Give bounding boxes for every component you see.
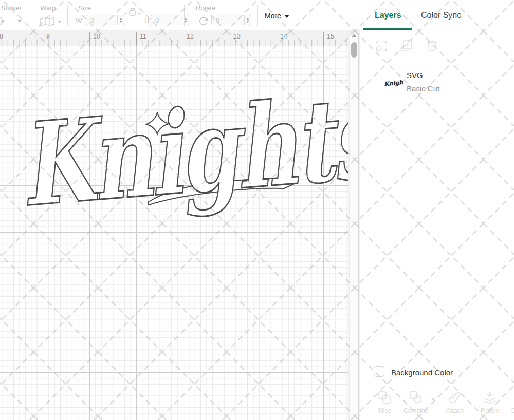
rotation-stepper[interactable] (244, 15, 251, 25)
warp-tool-button[interactable] (40, 17, 54, 28)
rotate-icon[interactable] (198, 16, 209, 26)
canvas-grid: Knights (0, 46, 348, 420)
tab-layers[interactable]: Layers (375, 11, 401, 20)
action-label: Contour (507, 407, 514, 414)
toolbar-divider (184, 5, 185, 26)
action-label: Flatten (474, 407, 505, 414)
layers-panel: Layers Color Sync Knights SVG Basic Cut (360, 0, 514, 420)
add-layer-button[interactable] (400, 40, 413, 52)
panel-divider (360, 31, 514, 31)
height-stepper[interactable] (182, 15, 189, 25)
toolbar-divider (67, 5, 68, 26)
top-toolbar: Sticker Warp Size W H Rotate (0, 0, 360, 30)
active-tab-underline (363, 28, 412, 30)
ruler-number: 15 (327, 33, 334, 40)
ruler-number: 9 (46, 33, 50, 40)
layer-row[interactable]: Knights SVG Basic Cut (360, 66, 514, 96)
panel-divider (360, 61, 514, 61)
width-input[interactable] (86, 15, 124, 25)
warp-icon (40, 17, 54, 26)
chevron-down-icon (17, 20, 22, 23)
rotate-group-label: Rotate (196, 4, 215, 12)
app-root: { "toolbar": { "sticker_label": "Sticker… (0, 0, 514, 420)
warp-group-label: Warp (40, 4, 56, 12)
layer-name: SVG (407, 71, 423, 80)
size-group-label: Size (78, 4, 91, 12)
more-button[interactable]: More (265, 12, 289, 20)
stepper-up-icon (119, 18, 122, 20)
open-lock-icon (130, 8, 135, 15)
width-value[interactable] (86, 15, 117, 25)
action-label: Attach (439, 407, 470, 414)
tab-color-sync[interactable]: Color Sync (421, 11, 461, 20)
action-slice[interactable]: Slice (369, 391, 400, 414)
panel-divider (360, 389, 514, 389)
horizontal-ruler: 8 9 10 11 12 13 14 15 (0, 30, 348, 46)
sticker-group-label: Sticker (1, 4, 22, 12)
action-label: Slice (369, 407, 400, 414)
layer-thumbnail: Knights (384, 78, 403, 88)
rotation-value[interactable] (212, 15, 244, 25)
ruler-number: 11 (140, 33, 146, 40)
design-canvas[interactable]: Knights (0, 46, 348, 420)
background-color-swatch[interactable] (374, 366, 384, 377)
lock-aspect-ratio-button[interactable] (124, 7, 141, 16)
action-label: Combine (400, 407, 431, 414)
duplicate-button[interactable] (375, 40, 388, 52)
ruler-number: 12 (187, 33, 194, 40)
ruler-number: 8 (0, 33, 3, 40)
stepper-down-icon (246, 21, 249, 23)
action-attach[interactable]: Attach (439, 391, 470, 414)
background-color-row: Background Color (360, 356, 514, 389)
action-flatten[interactable]: Flatten (474, 391, 505, 414)
combine-icon (410, 391, 422, 404)
sticker-tool-button[interactable] (0, 15, 12, 29)
layer-thumbnail-art: Knights (384, 78, 403, 87)
add-icon (402, 41, 412, 51)
layer-cut-type: Basic Cut (407, 84, 439, 93)
ruler-number: 14 (280, 33, 287, 40)
ruler-ticks (0, 30, 348, 46)
attach-icon (449, 391, 461, 404)
more-label: More (265, 12, 281, 20)
toolbar-divider (257, 5, 258, 26)
slice-icon (378, 391, 391, 404)
stepper-down-icon (119, 21, 122, 23)
action-contour[interactable]: Contour (507, 391, 514, 414)
ruler-number: 10 (93, 33, 100, 40)
stepper-up-icon (246, 18, 249, 20)
ruler-number: 13 (233, 33, 241, 40)
height-field-label: H (144, 17, 149, 25)
action-combine[interactable]: Combine (400, 391, 431, 414)
sticker-icon (0, 15, 12, 27)
flatten-icon (484, 391, 496, 404)
delete-layer-button[interactable] (426, 40, 438, 52)
height-input[interactable] (151, 15, 189, 25)
background-color-label: Background Color (391, 368, 453, 377)
scroll-up-icon[interactable] (352, 34, 357, 37)
trash-icon (427, 41, 437, 51)
chevron-down-icon (58, 21, 62, 23)
scrollbar-thumb[interactable] (351, 42, 357, 58)
rotation-input[interactable] (211, 15, 251, 25)
width-stepper[interactable] (117, 15, 124, 25)
duplicate-icon (376, 41, 386, 51)
toolbar-divider (31, 5, 31, 26)
vertical-scrollbar[interactable] (350, 31, 359, 420)
chevron-down-icon (284, 15, 289, 18)
width-field-label: W (76, 17, 82, 25)
chevron-down-icon (431, 398, 435, 401)
height-value[interactable] (151, 15, 182, 25)
